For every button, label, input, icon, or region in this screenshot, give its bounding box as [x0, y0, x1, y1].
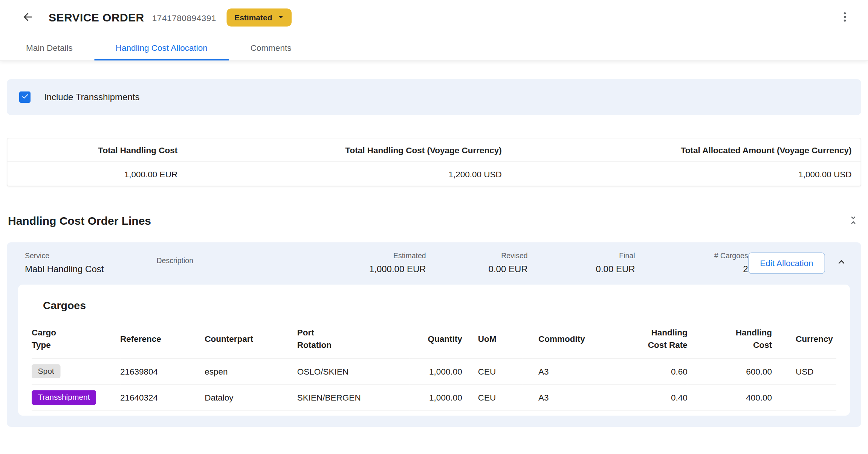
cargo-type-cell: Spot — [32, 358, 120, 384]
totals-card: Total Handling Cost Total Handling Cost … — [7, 138, 861, 186]
tab-handling-cost-allocation[interactable]: Handling Cost Allocation — [94, 35, 229, 61]
tab-comments[interactable]: Comments — [229, 35, 313, 61]
quantity-cell: 1,000.00 — [410, 384, 462, 411]
order-lines-section-header: Handling Cost Order Lines — [7, 212, 861, 230]
estimated-label: Estimated — [358, 251, 426, 260]
currency-cell — [772, 384, 836, 411]
page-title: SERVICE ORDER — [49, 11, 144, 24]
estimated-value: 1,000.00 EUR — [358, 264, 426, 274]
handling-cost-cell: 400.00 — [688, 384, 772, 411]
cargoes-title: Cargoes — [32, 299, 836, 312]
commodity-cell: A3 — [523, 384, 603, 411]
service-value: Mabl Handling Cost — [25, 264, 157, 274]
handling-cost-rate-cell: 0.60 — [603, 358, 687, 384]
topbar: SERVICE ORDER 1741780894391 Estimated — [0, 0, 868, 35]
port-rotation-cell: SKIEN/BERGEN — [297, 384, 410, 411]
check-icon — [21, 92, 29, 103]
order-number: 1741780894391 — [152, 13, 216, 23]
revised-label: Revised — [426, 251, 528, 260]
cargo-row: Transshipment 21640324 Dataloy SKIEN/BER… — [32, 384, 836, 411]
description-label: Description — [157, 256, 358, 265]
cargo-count-column: # Cargoes 2 — [635, 251, 748, 275]
service-order-header: SERVICE ORDER 1741780894391 Estimated Ma… — [0, 0, 868, 61]
final-label: Final — [528, 251, 635, 260]
cargoes-header-row: Cargo Type Reference Counterpart Port Ro… — [32, 323, 836, 358]
collapse-line-button[interactable] — [833, 254, 850, 273]
cargo-count-value: 2 — [635, 264, 748, 274]
include-transshipments-checkbox[interactable] — [19, 91, 31, 103]
col-cargo-type: Cargo Type — [32, 323, 120, 358]
handling-cost-cell: 600.00 — [688, 358, 772, 384]
cargoes-card: Cargoes Cargo Type Reference Counterpart… — [18, 285, 850, 415]
quantity-cell: 1,000.00 — [410, 358, 462, 384]
page: SERVICE ORDER 1741780894391 Estimated Ma… — [0, 0, 868, 454]
port-rotation-cell: OSLO/SKIEN — [297, 358, 410, 384]
col-handling-cost-rate: Handling Cost Rate — [603, 323, 687, 358]
col-counterpart: Counterpart — [205, 323, 297, 358]
uom-cell: CEU — [462, 358, 523, 384]
service-column: Service Mabl Handling Cost — [18, 251, 157, 275]
total-allocated-amount-header: Total Allocated Amount (Voyage Currency) — [511, 145, 861, 155]
arrow-left-icon — [21, 11, 34, 25]
commodity-cell: A3 — [523, 358, 603, 384]
final-value: 0.00 EUR — [528, 264, 635, 274]
cargoes-table: Cargo Type Reference Counterpart Port Ro… — [32, 323, 836, 411]
reference-cell: 21640324 — [120, 384, 205, 411]
description-column: Description — [157, 256, 358, 270]
uom-cell: CEU — [462, 384, 523, 411]
spot-badge: Spot — [32, 364, 60, 378]
revised-column: Revised 0.00 EUR — [426, 251, 528, 275]
include-transshipments-panel: Include Transshipments — [7, 79, 861, 115]
reference-cell: 21639804 — [120, 358, 205, 384]
total-allocated-amount-value: 1,000.00 USD — [511, 169, 861, 179]
caret-down-icon — [276, 12, 286, 24]
back-button[interactable] — [19, 8, 36, 27]
unfold-less-icon — [848, 215, 859, 228]
final-column: Final 0.00 EUR — [528, 251, 635, 275]
total-handling-cost-header: Total Handling Cost — [8, 145, 187, 155]
cargo-row: Spot 21639804 espen OSLO/SKIEN 1,000.00 … — [32, 358, 836, 384]
status-chip-label: Estimated — [234, 13, 272, 22]
col-reference: Reference — [120, 323, 205, 358]
counterpart-cell: espen — [205, 358, 297, 384]
edit-allocation-button[interactable]: Edit Allocation — [748, 252, 825, 274]
col-handling-cost: Handling Cost — [688, 323, 772, 358]
handling-cost-rate-cell: 0.40 — [603, 384, 687, 411]
col-currency: Currency — [772, 323, 836, 358]
overflow-menu-button[interactable] — [836, 8, 853, 27]
tab-bar: Main Details Handling Cost Allocation Co… — [0, 35, 868, 61]
col-quantity: Quantity — [410, 323, 462, 358]
total-handling-cost-voyage-header: Total Handling Cost (Voyage Currency) — [186, 145, 511, 155]
service-label: Service — [25, 251, 157, 260]
cargo-count-label: # Cargoes — [635, 251, 748, 260]
collapse-all-button[interactable] — [845, 212, 861, 230]
cargo-type-cell: Transshipment — [32, 384, 120, 411]
estimated-column: Estimated 1,000.00 EUR — [358, 251, 426, 275]
total-handling-cost-value: 1,000.00 EUR — [8, 169, 187, 179]
main-content: Include Transshipments Total Handling Co… — [0, 79, 868, 427]
chevron-up-icon — [835, 256, 848, 270]
order-lines-section-title: Handling Cost Order Lines — [8, 215, 151, 228]
currency-cell: USD — [772, 358, 836, 384]
revised-value: 0.00 EUR — [426, 264, 528, 274]
col-port-rotation: Port Rotation — [297, 323, 410, 358]
status-chip-dropdown[interactable]: Estimated — [226, 9, 291, 27]
kebab-vertical-icon — [839, 11, 851, 25]
col-commodity: Commodity — [523, 323, 603, 358]
totals-values-row: 1,000.00 EUR 1,200.00 USD 1,000.00 USD — [8, 162, 861, 186]
counterpart-cell: Dataloy — [205, 384, 297, 411]
order-line-card: Service Mabl Handling Cost Description E… — [7, 242, 861, 427]
total-handling-cost-voyage-value: 1,200.00 USD — [186, 169, 511, 179]
include-transshipments-label: Include Transshipments — [44, 92, 139, 102]
tab-main-details[interactable]: Main Details — [5, 35, 94, 61]
order-line-summary-row: Service Mabl Handling Cost Description E… — [18, 251, 850, 275]
totals-header-row: Total Handling Cost Total Handling Cost … — [8, 139, 861, 162]
col-uom: UoM — [462, 323, 523, 358]
transshipment-badge: Transshipment — [32, 390, 96, 405]
